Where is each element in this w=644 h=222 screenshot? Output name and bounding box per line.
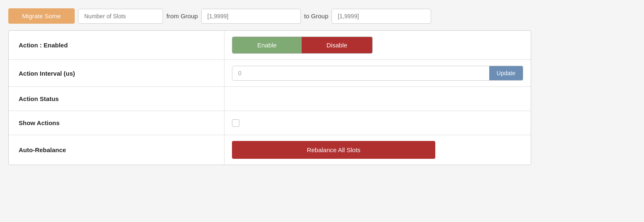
action-enabled-value: Enable Disable	[224, 31, 531, 59]
action-status-label: Action Status	[9, 87, 224, 111]
enable-button[interactable]: Enable	[232, 37, 302, 53]
migrate-some-button[interactable]: Migrate Some	[8, 8, 75, 24]
table-row: Auto-Rebalance Rebalance All Slots	[9, 135, 531, 165]
number-of-slots-input[interactable]	[78, 9, 163, 24]
action-enabled-label: Action : Enabled	[9, 31, 224, 59]
action-status-value	[224, 87, 531, 111]
rebalance-all-slots-button[interactable]: Rebalance All Slots	[232, 141, 435, 159]
table-row: Show Actions	[9, 111, 531, 135]
table-row: Action Interval (us) Update	[9, 60, 531, 87]
action-interval-value: Update	[224, 60, 531, 86]
to-group-label: to Group	[304, 12, 328, 20]
from-group-input[interactable]	[201, 9, 301, 24]
table-row: Action : Enabled Enable Disable	[9, 31, 531, 60]
auto-rebalance-label: Auto-Rebalance	[9, 135, 224, 165]
interval-input-group: Update	[232, 66, 523, 81]
enable-disable-toggle: Enable Disable	[232, 37, 373, 54]
to-group-input[interactable]	[332, 9, 431, 24]
settings-table: Action : Enabled Enable Disable Action I…	[8, 30, 531, 165]
update-button[interactable]: Update	[489, 66, 523, 80]
from-group-label: from Group	[166, 12, 198, 20]
toolbar: Migrate Some from Group to Group	[8, 8, 636, 24]
show-actions-value	[224, 111, 531, 135]
auto-rebalance-value: Rebalance All Slots	[224, 135, 531, 165]
show-actions-checkbox[interactable]	[232, 119, 239, 127]
interval-input[interactable]	[232, 66, 489, 80]
action-interval-label: Action Interval (us)	[9, 60, 224, 86]
table-row: Action Status	[9, 87, 531, 111]
show-actions-label: Show Actions	[9, 111, 224, 135]
disable-button[interactable]: Disable	[302, 37, 372, 53]
